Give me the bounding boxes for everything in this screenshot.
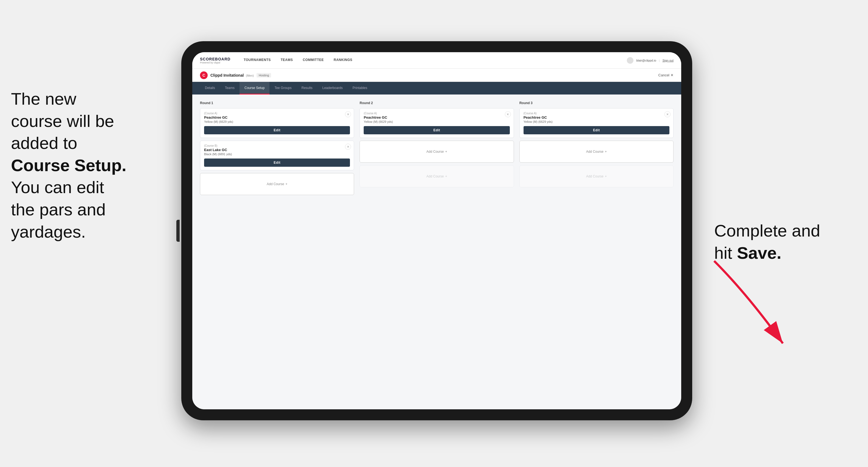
top-nav-links: TOURNAMENTS TEAMS COMMITTEE RANKINGS bbox=[239, 52, 627, 69]
round-2-add-course-disabled-plus-icon: + bbox=[445, 175, 447, 178]
nav-committee[interactable]: COMMITTEE bbox=[298, 52, 329, 69]
user-email: blair@clippd.io bbox=[636, 59, 656, 62]
top-nav: SCOREBOARD Powered by clippd TOURNAMENTS… bbox=[192, 52, 681, 69]
separator: | bbox=[659, 59, 660, 62]
round-2-add-course-disabled-text: Add Course bbox=[426, 175, 444, 178]
close-icon: ✕ bbox=[671, 73, 674, 77]
round-1-course-a-name: Peachtree GC bbox=[204, 115, 350, 120]
round-1-label: Round 1 bbox=[200, 101, 354, 105]
round-2-course-a-tee: Yellow (M) (6629 yds) bbox=[364, 120, 509, 123]
round-1-course-b-name: East Lake GC bbox=[204, 148, 350, 152]
round-2-course-a-card: (Course A) Peachtree GC Yellow (M) (6629… bbox=[360, 108, 514, 138]
round-1-course-a-delete-button[interactable]: × bbox=[345, 111, 351, 117]
round-3-add-course-disabled-text: Add Course bbox=[586, 175, 603, 178]
rounds-grid: Round 1 (Course A) Peachtree GC Yellow (… bbox=[200, 101, 674, 198]
round-3-column: Round 3 (Course A) Peachtree GC Yellow (… bbox=[520, 101, 674, 198]
annotation-left-line5: the pars and bbox=[11, 200, 106, 219]
sign-out-link[interactable]: Sign out bbox=[662, 59, 674, 62]
hosting-badge: Hosting bbox=[256, 73, 271, 77]
round-1-add-course-text: Add Course bbox=[267, 182, 284, 186]
round-3-add-course-label: Add Course + bbox=[586, 150, 607, 154]
round-3-course-a-delete-button[interactable]: × bbox=[664, 111, 671, 117]
round-2-add-course-button[interactable]: Add Course + bbox=[360, 141, 514, 163]
nav-tournaments[interactable]: TOURNAMENTS bbox=[239, 52, 276, 69]
annotation-right-line1: Complete and bbox=[714, 221, 820, 240]
annotation-right-line2: hit bbox=[714, 243, 737, 262]
annotation-left-line6: yardages. bbox=[11, 222, 86, 241]
tab-teams[interactable]: Teams bbox=[220, 82, 240, 94]
round-1-course-b-tee: Black (M) (6891 yds) bbox=[204, 152, 350, 156]
round-1-course-b-delete-button[interactable]: × bbox=[345, 144, 351, 150]
round-1-course-b-edit-button[interactable]: Edit bbox=[204, 158, 350, 167]
tournament-title: Clippd Invitational (Men) bbox=[210, 73, 254, 77]
round-3-course-a-label: (Course A) bbox=[524, 112, 670, 115]
round-3-course-a-card: (Course A) Peachtree GC Yellow (M) (6629… bbox=[520, 108, 674, 138]
annotation-left-line3: added to bbox=[11, 133, 77, 152]
round-1-course-a-edit-button[interactable]: Edit bbox=[204, 126, 350, 134]
logo-sub: Powered by clippd bbox=[200, 61, 230, 64]
round-2-course-a-edit-button[interactable]: Edit bbox=[364, 126, 509, 134]
round-1-course-a-label: (Course A) bbox=[204, 112, 350, 115]
tabs-bar: Details Teams Course Setup Tee Groups Re… bbox=[192, 82, 681, 94]
round-3-course-a-edit-button[interactable]: Edit bbox=[524, 126, 670, 134]
tournament-bar: C Clippd Invitational (Men) Hosting Canc… bbox=[192, 69, 681, 82]
cancel-label: Cancel bbox=[658, 73, 670, 77]
round-2-add-course-plus-icon: + bbox=[445, 150, 447, 154]
round-2-add-course-label: Add Course + bbox=[426, 150, 447, 154]
round-3-label: Round 3 bbox=[520, 101, 674, 105]
clippd-logo: C bbox=[200, 71, 208, 79]
annotation-right-bold: Save. bbox=[737, 243, 781, 262]
tab-leaderboards[interactable]: Leaderboards bbox=[317, 82, 347, 94]
gender-tag: (Men) bbox=[246, 74, 254, 77]
round-1-add-course-button[interactable]: Add Course + bbox=[200, 173, 354, 195]
cancel-button[interactable]: Cancel ✕ bbox=[658, 73, 674, 77]
round-2-add-course-text: Add Course bbox=[426, 150, 444, 154]
round-1-add-course-label: Add Course + bbox=[267, 182, 287, 186]
round-2-course-a-name: Peachtree GC bbox=[364, 115, 509, 120]
round-3-add-course-disabled-plus-icon: + bbox=[605, 175, 607, 178]
arrow-right bbox=[698, 253, 802, 357]
round-3-add-course-text: Add Course bbox=[586, 150, 603, 154]
tab-course-setup[interactable]: Course Setup bbox=[240, 82, 270, 94]
round-3-course-a-name: Peachtree GC bbox=[524, 115, 670, 120]
annotation-right: Complete and hit Save. bbox=[714, 220, 851, 264]
round-3-add-course-plus-icon: + bbox=[605, 150, 607, 154]
round-1-column: Round 1 (Course A) Peachtree GC Yellow (… bbox=[200, 101, 354, 198]
round-2-label: Round 2 bbox=[360, 101, 514, 105]
round-1-course-b-card: (Course B) East Lake GC Black (M) (6891 … bbox=[200, 141, 354, 170]
annotation-left-bold: Course Setup. bbox=[11, 156, 126, 175]
annotation-left-line4: You can edit bbox=[11, 178, 104, 197]
tab-tee-groups[interactable]: Tee Groups bbox=[270, 82, 297, 94]
annotation-left-line2: course will be bbox=[11, 112, 114, 130]
round-3-add-course-button[interactable]: Add Course + bbox=[520, 141, 674, 163]
tournament-name-area: C Clippd Invitational (Men) Hosting bbox=[200, 71, 271, 79]
round-2-course-a-label: (Course A) bbox=[364, 112, 509, 115]
logo-title: SCOREBOARD bbox=[200, 57, 230, 61]
top-nav-right: blair@clippd.io | Sign out bbox=[627, 57, 674, 64]
round-2-add-course-disabled: Add Course + bbox=[360, 165, 514, 187]
tab-results[interactable]: Results bbox=[297, 82, 317, 94]
round-2-course-a-delete-button[interactable]: × bbox=[505, 111, 511, 117]
main-content: Round 1 (Course A) Peachtree GC Yellow (… bbox=[192, 94, 681, 409]
round-1-course-a-card: (Course A) Peachtree GC Yellow (M) (6629… bbox=[200, 108, 354, 138]
nav-teams[interactable]: TEAMS bbox=[276, 52, 298, 69]
round-1-course-a-tee: Yellow (M) (6629 yds) bbox=[204, 120, 350, 123]
annotation-left-line1: The new bbox=[11, 89, 76, 108]
round-1-add-course-plus-icon: + bbox=[285, 182, 287, 186]
tournament-name: Clippd Invitational bbox=[210, 73, 244, 77]
scoreboard-logo: SCOREBOARD Powered by clippd bbox=[200, 57, 230, 64]
round-2-column: Round 2 (Course A) Peachtree GC Yellow (… bbox=[360, 101, 514, 198]
tablet: SCOREBOARD Powered by clippd TOURNAMENTS… bbox=[181, 41, 692, 420]
avatar bbox=[627, 57, 633, 64]
tab-printables[interactable]: Printables bbox=[348, 82, 372, 94]
round-3-course-a-tee: Yellow (M) (6629 yds) bbox=[524, 120, 670, 123]
round-1-course-b-label: (Course B) bbox=[204, 144, 350, 147]
tab-details[interactable]: Details bbox=[200, 82, 220, 94]
round-3-add-course-disabled-label: Add Course + bbox=[586, 175, 607, 178]
round-2-add-course-disabled-label: Add Course + bbox=[426, 175, 447, 178]
round-3-add-course-disabled: Add Course + bbox=[520, 165, 674, 187]
tablet-screen: SCOREBOARD Powered by clippd TOURNAMENTS… bbox=[192, 52, 681, 409]
nav-rankings[interactable]: RANKINGS bbox=[329, 52, 358, 69]
annotation-left: The new course will be added to Course S… bbox=[11, 88, 187, 243]
